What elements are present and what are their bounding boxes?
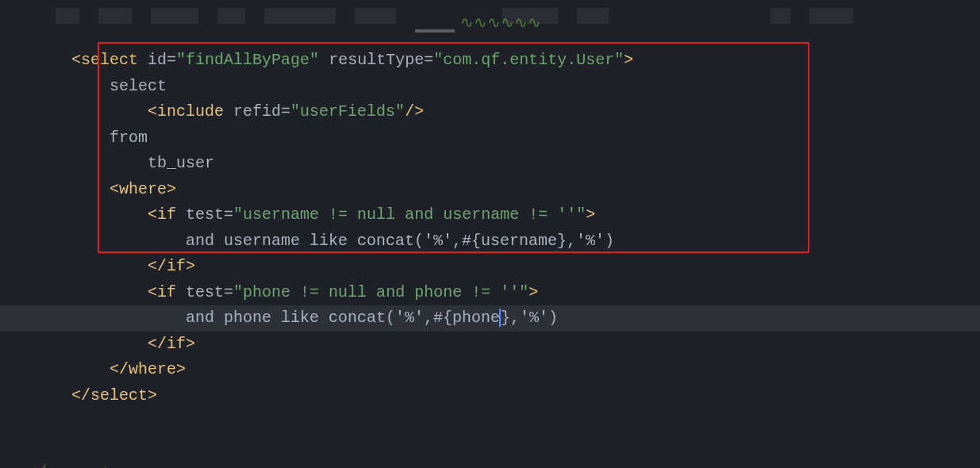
code-line-include: <include refid="userFields"/> xyxy=(71,99,980,125)
code-line-tbuser: tb_user xyxy=(71,151,980,177)
code-line-select-close: </select> xyxy=(71,383,980,409)
code-line-if1-open: <if test="username != null and username … xyxy=(71,202,980,228)
code-line-if1-body: and username like concat('%',#{username}… xyxy=(71,228,980,255)
code-editor[interactable]: <select id="findAllByPage" resultType="c… xyxy=(0,0,980,468)
code-line-from: from xyxy=(71,125,980,152)
code-line-where-close: </where> xyxy=(71,357,980,383)
code-line-where-open: <where> xyxy=(71,177,980,203)
code-line-if2-close: </if> xyxy=(71,332,980,358)
code-line-if1-close: </if> xyxy=(71,254,980,280)
code-line-select-open: <select id="findAllByPage" resultType="c… xyxy=(71,48,980,74)
code-line-select-text: select xyxy=(71,74,980,100)
code-line-blank xyxy=(71,409,980,435)
code-line-if2-open: <if test="phone != null and phone != ''"… xyxy=(71,280,980,306)
code-line-if2-body-active: and phone like concat('%',#{phone},'%') xyxy=(0,305,980,332)
code-line-mapper-close: </mappon> xyxy=(28,460,980,468)
code-line-blank xyxy=(71,435,980,461)
